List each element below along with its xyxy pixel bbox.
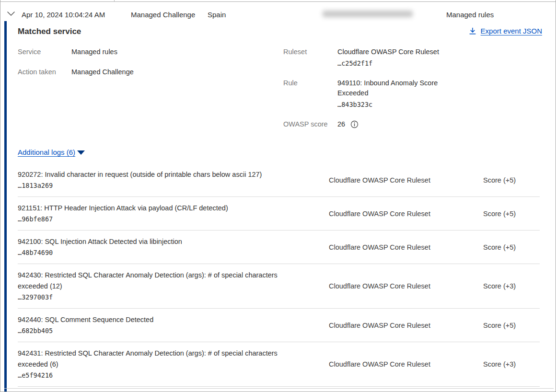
log-rule-id-hash: …e5f94216 xyxy=(18,370,305,380)
log-rule-description: 942431: Restricted SQL Character Anomaly… xyxy=(18,348,305,370)
log-rule-description: 920272: Invalid character in request (ou… xyxy=(18,169,305,180)
ruleset-field-value: Cloudflare OWASP Core Ruleset xyxy=(337,47,453,57)
log-score: Score (+5) xyxy=(460,243,540,251)
service-field-label: Service xyxy=(18,47,71,57)
additional-logs-toggle[interactable]: Additional logs (6) xyxy=(18,148,85,156)
log-ruleset-name: Cloudflare OWASP Core Ruleset xyxy=(305,176,460,184)
rule-field: Rule 949110: Inbound Anomaly Score Excee… xyxy=(283,78,542,109)
matched-service-details: Service Managed rules Action taken Manag… xyxy=(18,47,542,139)
redacted-value xyxy=(323,11,413,17)
export-event-json-link[interactable]: Export event JSON xyxy=(469,27,542,35)
event-action: Managed Challenge xyxy=(131,11,195,19)
event-service: Managed rules xyxy=(446,11,494,19)
event-country: Spain xyxy=(208,11,226,19)
info-icon[interactable] xyxy=(350,120,359,128)
log-score: Score (+5) xyxy=(460,210,540,218)
rule-field-value: 949110: Inbound Anomaly Score Exceeded xyxy=(337,78,453,98)
log-ruleset-name: Cloudflare OWASP Core Ruleset xyxy=(305,243,460,251)
rule-field-label: Rule xyxy=(283,78,337,88)
log-rule-description: 921151: HTTP Header Injection Attack via… xyxy=(18,203,305,214)
ruleset-field-label: Ruleset xyxy=(283,47,337,57)
ruleset-id-hash: …c25d2f1f xyxy=(337,58,453,68)
log-row: 920272: Invalid character in request (ou… xyxy=(18,163,540,197)
panel-bottom-divider xyxy=(4,388,554,389)
log-rule-id-hash: …682bb405 xyxy=(18,326,305,336)
expanded-row-accent-bar xyxy=(4,21,7,392)
chevron-down-icon[interactable] xyxy=(7,11,15,17)
log-score: Score (+5) xyxy=(460,176,540,184)
service-field-value: Managed rules xyxy=(71,47,117,57)
rule-id-hash: …843b323c xyxy=(337,100,453,109)
log-row: 942100: SQL Injection Attack Detected vi… xyxy=(18,231,540,264)
log-rule-description: 942100: SQL Injection Attack Detected vi… xyxy=(18,236,305,247)
log-ruleset-name: Cloudflare OWASP Core Ruleset xyxy=(305,360,460,368)
log-rule-id-hash: …3297003f xyxy=(18,292,305,302)
export-event-json-label: Export event JSON xyxy=(481,27,542,35)
action-taken-field-value: Managed Challenge xyxy=(71,67,134,77)
event-timestamp: Apr 10, 2024 10:04:24 AM xyxy=(22,11,105,19)
panel-title: Matched service xyxy=(18,27,81,36)
log-row: 921151: HTTP Header Injection Attack via… xyxy=(18,197,540,231)
firewall-event-detail: Apr 10, 2024 10:04:24 AM Managed Challen… xyxy=(0,0,556,392)
caret-down-icon xyxy=(77,150,85,155)
owasp-score-field: OWASP score 26 xyxy=(283,119,542,129)
log-ruleset-name: Cloudflare OWASP Core Ruleset xyxy=(305,210,460,218)
additional-logs-table: 920272: Invalid character in request (ou… xyxy=(18,163,540,387)
download-icon xyxy=(469,27,476,35)
log-row: 942440: SQL Comment Sequence Detected …6… xyxy=(18,309,540,342)
log-score: Score (+3) xyxy=(460,360,540,368)
action-taken-field: Action taken Managed Challenge xyxy=(18,67,283,77)
action-taken-field-label: Action taken xyxy=(18,67,71,77)
log-score: Score (+5) xyxy=(460,322,540,329)
log-row: 942430: Restricted SQL Character Anomaly… xyxy=(18,264,540,309)
log-ruleset-name: Cloudflare OWASP Core Ruleset xyxy=(305,322,460,329)
ruleset-field: Ruleset Cloudflare OWASP Core Ruleset …c… xyxy=(283,47,542,68)
log-score: Score (+3) xyxy=(460,282,540,290)
event-summary-row[interactable]: Apr 10, 2024 10:04:24 AM Managed Challen… xyxy=(0,2,556,22)
log-row: 942431: Restricted SQL Character Anomaly… xyxy=(18,342,540,387)
log-rule-id-hash: …1813a269 xyxy=(18,181,305,191)
log-rule-id-hash: …96bfe867 xyxy=(18,214,305,224)
log-ruleset-name: Cloudflare OWASP Core Ruleset xyxy=(305,282,460,290)
log-rule-description: 942440: SQL Comment Sequence Detected xyxy=(18,314,305,325)
service-field: Service Managed rules xyxy=(18,47,283,57)
owasp-score-field-label: OWASP score xyxy=(283,119,337,129)
additional-logs-label: Additional logs (6) xyxy=(18,148,75,156)
owasp-score-value: 26 xyxy=(337,119,345,129)
log-rule-description: 942430: Restricted SQL Character Anomaly… xyxy=(18,270,305,292)
log-rule-id-hash: …48b74690 xyxy=(18,248,305,258)
